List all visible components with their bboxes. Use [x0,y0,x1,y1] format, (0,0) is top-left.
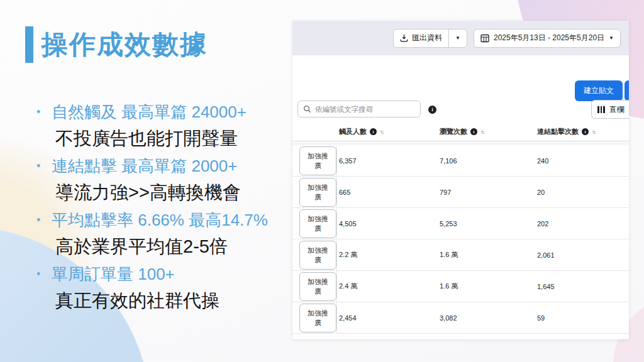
date-range-label: 2025年5月13日 - 2025年5月20日 [494,33,604,43]
bullet-headline-text: 連結點擊 最高單篇 2000+ [52,153,237,179]
export-data-label: 匯出資料 [412,33,442,43]
column-header-reach[interactable]: 觸及人數 i ↑↓ [336,127,437,136]
date-range-picker[interactable]: 2025年5月13日 - 2025年5月20日 ▼ [474,29,621,48]
info-icon[interactable]: i [582,128,589,135]
table-row: 加強推廣 2.4 萬 1.6 萬 1,645 [292,271,629,302]
table-vertical-divider [336,145,337,334]
bullet-headline: •平均點擊率 6.66% 最高14.7% [33,207,328,233]
link-clicks-value: 240 [535,157,629,165]
title-accent-bar [25,26,33,63]
reach-value: 2.2 萬 [336,250,437,260]
search-icon [303,105,311,113]
boost-button[interactable]: 加強推廣 [299,272,336,301]
link-clicks-value: 20 [535,189,629,196]
views-value: 1.6 萬 [437,250,535,260]
business-suite-screenshot-panel: 匯出資料 ▼ 2025年5月13日 - 2025年5月20日 ▼ 建立貼文 i [292,21,629,339]
calendar-grid-icon [480,34,489,43]
search-info-icon[interactable]: i [428,106,436,114]
bullet-subline: 真正有效的社群代操 [33,287,328,314]
info-icon[interactable]: i [470,128,477,135]
bullet-list: •自然觸及 最高單篇 24000+ 不投廣告也能打開聲量 •連結點擊 最高單篇 … [33,99,328,315]
views-value: 1.6 萬 [437,282,535,291]
link-clicks-value: 2,061 [535,251,629,259]
bullet-dot: • [33,153,52,179]
columns-button-label: 直欄 [609,104,625,115]
search-input[interactable] [315,106,415,113]
column-header-label: 瀏覽次數 [440,127,467,136]
link-clicks-value: 1,645 [535,283,629,290]
views-value: 3,082 [437,314,535,322]
table-row: 加強推廣 665 797 20 [292,177,629,208]
link-clicks-value: 59 [535,314,629,322]
boost-button[interactable]: 加強推廣 [299,146,336,175]
columns-button[interactable]: 直欄 [591,100,629,119]
create-post-button[interactable]: 建立貼文 [575,80,623,101]
panel-toolbar: 匯出資料 ▼ 2025年5月13日 - 2025年5月20日 ▼ [292,21,629,55]
boost-button[interactable]: 加強推廣 [299,178,336,207]
chevron-down-icon: ▼ [455,35,460,41]
reach-value: 2.4 萬 [336,282,437,291]
bullet-headline: •自然觸及 最高單篇 24000+ [33,99,328,125]
views-value: 5,253 [437,220,535,228]
bullet-item: •單周訂單量 100+ 真正有效的社群代操 [33,261,328,314]
column-header-views[interactable]: 瀏覽次數 i ↑↓ [437,127,535,136]
boost-cell: 加強推廣 [292,272,336,301]
table-row: 加強推廣 6,357 7,106 240 [292,145,629,177]
info-icon[interactable]: i [370,128,377,135]
download-icon [400,34,408,42]
boost-button[interactable]: 加強推廣 [299,304,336,332]
title-row: 操作成效數據 [25,26,208,63]
table-row: 加強推廣 4,505 5,253 202 [292,208,629,239]
slide: 操作成效數據 •自然觸及 最高單篇 24000+ 不投廣告也能打開聲量 •連結點… [0,0,644,362]
views-value: 797 [437,189,535,196]
bullet-dot: • [33,207,52,233]
column-header-link-clicks[interactable]: 連結點擊次數 i ↑↓ [535,127,629,136]
search-box [297,101,421,118]
table-row: 加強推廣 2,454 3,082 59 [292,302,629,334]
page-title: 操作成效數據 [42,27,208,62]
create-post-split-caret[interactable] [625,80,629,101]
bullet-headline: •連結點擊 最高單篇 2000+ [33,153,328,179]
sort-icon[interactable]: ↑↓ [480,129,484,135]
boost-cell: 加強推廣 [292,146,336,175]
reach-value: 665 [336,189,437,196]
bullet-item: •連結點擊 最高單篇 2000+ 導流力強>>高轉換機會 [33,153,328,206]
table-row: 加強推廣 2.2 萬 1.6 萬 2,061 [292,239,629,271]
column-header-label: 連結點擊次數 [537,127,579,136]
reach-value: 6,357 [336,157,437,165]
export-data-button[interactable]: 匯出資料 [394,30,448,47]
boost-cell: 加強推廣 [292,209,336,238]
table-header: 觸及人數 i ↑↓ 瀏覽次數 i ↑↓ 連結點擊次數 i ↑↓ [292,123,629,141]
bullet-headline: •單周訂單量 100+ [33,261,328,287]
boost-cell: 加強推廣 [292,304,336,332]
boost-button[interactable]: 加強推廣 [299,241,336,270]
views-value: 7,106 [437,157,535,165]
bullet-subline: 不投廣告也能打開聲量 [33,125,328,151]
sort-icon[interactable]: ↑↓ [592,129,595,135]
boost-cell: 加強推廣 [292,241,336,270]
bullet-dot: • [33,99,52,125]
search-row: i 直欄 [297,101,629,119]
bullet-subline: 導流力強>>高轉換機會 [33,179,328,206]
export-data-button-group: 匯出資料 ▼ [393,29,467,48]
bullet-dot: • [33,261,52,287]
reach-value: 4,505 [336,220,437,228]
column-header-label: 觸及人數 [339,127,367,136]
boost-button[interactable]: 加強推廣 [299,209,336,238]
export-options-caret[interactable]: ▼ [449,30,467,47]
boost-cell: 加強推廣 [292,178,336,207]
bullet-item: •自然觸及 最高單篇 24000+ 不投廣告也能打開聲量 [33,99,328,151]
bullet-item: •平均點擊率 6.66% 最高14.7% 高於業界平均值2-5倍 [33,207,328,260]
bullet-headline-text: 平均點擊率 6.66% 最高14.7% [52,207,268,233]
columns-icon [597,106,605,113]
table-body: 加強推廣 6,357 7,106 240 加強推廣 665 797 20 加強推… [292,145,629,334]
sort-icon[interactable]: ↑↓ [380,129,383,135]
create-post-button-group: 建立貼文 [575,80,629,101]
chevron-down-icon: ▼ [609,35,614,41]
reach-value: 2,454 [336,314,437,322]
bullet-headline-text: 自然觸及 最高單篇 24000+ [52,99,247,125]
bullet-subline: 高於業界平均值2-5倍 [33,233,328,260]
link-clicks-value: 202 [535,220,629,228]
bullet-headline-text: 單周訂單量 100+ [52,261,175,287]
